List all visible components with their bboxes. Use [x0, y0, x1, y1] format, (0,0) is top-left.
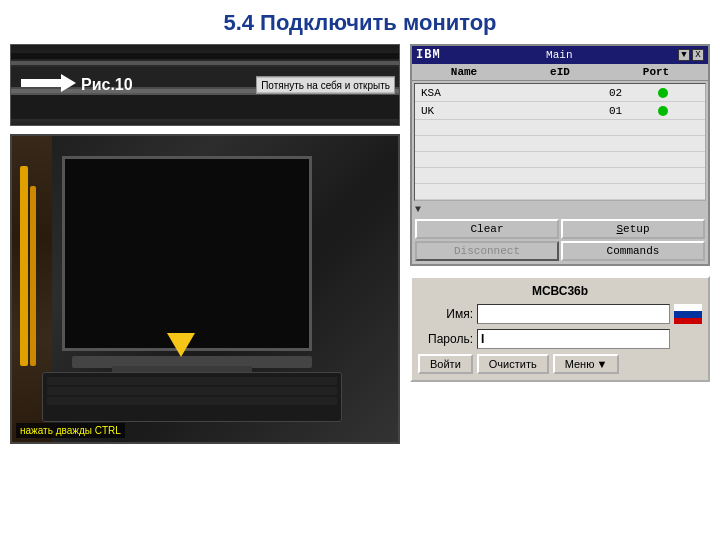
login-password-row: Пароль: I: [418, 329, 702, 349]
table-row: [415, 184, 705, 200]
ibm-scroll-indicator: ▼: [412, 203, 708, 216]
fig10-image: Рис.10 Потянуть на себя и открыть: [10, 44, 400, 126]
table-row: [415, 120, 705, 136]
ibm-footer-buttons: Clear Setup Disconnect Commands: [412, 216, 708, 264]
svg-rect-3: [674, 318, 702, 324]
ibm-minimize-button[interactable]: ▼: [678, 49, 690, 61]
fig10-arrow: [21, 72, 76, 98]
login-menu-label: Меню: [565, 358, 595, 370]
monitor-screen: [62, 156, 312, 351]
svg-rect-1: [674, 304, 702, 311]
fig10-label: Рис.10: [81, 76, 133, 94]
table-row: [415, 152, 705, 168]
ibm-cell-eid: [513, 110, 607, 112]
table-row[interactable]: UK 01: [415, 102, 705, 120]
menu-dropdown-icon: ▼: [596, 358, 607, 370]
ibm-logo: IBM: [416, 48, 441, 62]
login-action-buttons: Войти Очистить Меню ▼: [418, 354, 702, 374]
page-title: 5.4 Подключить монитор: [0, 0, 720, 44]
login-panel-title: МСВС36b: [418, 284, 702, 298]
login-name-label: Имя:: [418, 307, 473, 321]
ibm-clear-button[interactable]: Clear: [415, 219, 559, 239]
ibm-commands-button[interactable]: Commands: [561, 241, 705, 261]
ibm-col-port: Port: [608, 66, 704, 78]
login-panel: МСВС36b Имя: Пароль:: [410, 276, 710, 382]
ibm-disconnect-button[interactable]: Disconnect: [415, 241, 559, 261]
table-row: [415, 136, 705, 152]
fig10-caption: Потянуть на себя и открыть: [256, 77, 395, 94]
table-row[interactable]: KSA 02: [415, 84, 705, 102]
login-menu-button[interactable]: Меню ▼: [553, 354, 620, 374]
ibm-device-table: KSA 02 UK 01: [414, 83, 706, 201]
login-name-row: Имя:: [418, 304, 702, 324]
ibm-cell-port: 01: [607, 104, 701, 118]
svg-rect-2: [674, 311, 702, 318]
login-name-input[interactable]: [477, 304, 670, 324]
ibm-cell-name: UK: [419, 104, 513, 118]
table-row: [415, 168, 705, 184]
svg-marker-0: [21, 74, 76, 92]
russian-flag-icon: [674, 304, 702, 324]
ibm-close-button[interactable]: X: [692, 49, 704, 61]
ibm-panel-title: Main: [546, 49, 572, 61]
yellow-arrow-indicator: [167, 333, 195, 357]
ibm-col-eid: eID: [512, 66, 608, 78]
ibm-titlebar: IBM Main ▼ X: [412, 46, 708, 64]
ibm-cell-eid: [513, 92, 607, 94]
monitor-image: нажать дважды CTRL: [10, 134, 400, 444]
monitor-bottom-label: нажать дважды CTRL: [16, 423, 125, 438]
login-clear-button[interactable]: Очистить: [477, 354, 549, 374]
login-cursor: I: [481, 332, 484, 346]
ibm-column-headers: Name eID Port: [412, 64, 708, 81]
ibm-col-name: Name: [416, 66, 512, 78]
login-password-label: Пароль:: [418, 332, 473, 346]
ibm-cell-name: KSA: [419, 86, 513, 100]
login-password-input[interactable]: I: [477, 329, 670, 349]
ibm-setup-button[interactable]: Setup: [561, 219, 705, 239]
login-submit-button[interactable]: Войти: [418, 354, 473, 374]
ibm-main-panel: IBM Main ▼ X Name eID Port KSA: [410, 44, 710, 266]
ibm-status-dot: [658, 106, 668, 116]
ibm-status-dot: [658, 88, 668, 98]
ibm-cell-port: 02: [607, 86, 701, 100]
